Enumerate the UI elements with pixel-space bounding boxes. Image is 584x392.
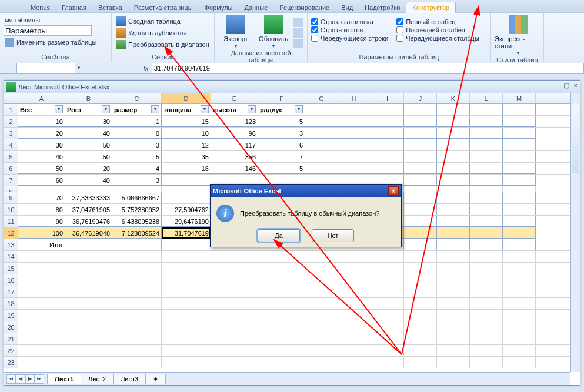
filter-button[interactable]: ▼ (295, 105, 303, 113)
tab-design[interactable]: Конструктор (406, 2, 456, 13)
cell[interactable]: 7 (258, 151, 305, 162)
cell[interactable] (305, 286, 338, 297)
dialog-no-button[interactable]: Нет (312, 229, 354, 242)
cell[interactable] (305, 321, 338, 333)
cell[interactable] (404, 227, 437, 239)
cell[interactable] (404, 333, 437, 344)
tab-data[interactable]: Данные (238, 2, 273, 12)
tab-view[interactable]: Вид (335, 2, 359, 12)
row-header[interactable]: 20 (4, 321, 18, 333)
column-header-I[interactable]: I (371, 93, 404, 103)
total-row-checkbox[interactable]: Строка итогов (311, 26, 388, 33)
sheet-tab[interactable]: Лист1 (47, 374, 81, 384)
cell[interactable] (338, 333, 371, 344)
cell[interactable] (470, 251, 503, 262)
header-row-checkbox[interactable]: Строка заголовка (311, 18, 388, 25)
cell[interactable] (258, 345, 305, 356)
cell[interactable] (503, 104, 536, 115)
cell[interactable] (404, 116, 437, 127)
formula-bar[interactable]: 31,7047619047619 (152, 63, 584, 73)
cell[interactable] (437, 274, 470, 286)
fx-button[interactable]: fx (140, 65, 152, 72)
cell[interactable] (371, 274, 404, 286)
tab-addins[interactable]: Надстройки (359, 2, 406, 12)
cell[interactable] (338, 251, 371, 262)
cell[interactable]: толщина▼ (162, 104, 211, 115)
first-column-checkbox[interactable]: Первый столбец (396, 18, 479, 25)
cell[interactable] (404, 286, 437, 297)
cell[interactable] (503, 186, 536, 192)
cell[interactable] (112, 333, 162, 344)
cell[interactable]: 35 (162, 151, 211, 162)
cell[interactable] (18, 286, 65, 297)
cell[interactable] (437, 216, 470, 227)
filter-button[interactable]: ▼ (248, 105, 256, 113)
cell[interactable] (305, 251, 338, 262)
cell[interactable] (305, 128, 338, 139)
last-column-checkbox[interactable]: Последний столбец (396, 26, 479, 33)
cell[interactable] (162, 286, 211, 297)
row-header[interactable]: 17 (4, 286, 18, 297)
cell[interactable] (404, 192, 437, 203)
cell[interactable]: 40 (18, 151, 65, 162)
cell[interactable]: 80 (18, 204, 65, 215)
cell[interactable] (338, 163, 371, 174)
cell[interactable] (162, 175, 211, 186)
cell[interactable] (437, 263, 470, 274)
banded-columns-checkbox[interactable]: Чередующиеся столбцы (396, 35, 479, 42)
cell[interactable] (305, 263, 338, 274)
scrollbar-thumb[interactable] (572, 103, 579, 173)
column-header-C[interactable]: C (112, 93, 162, 103)
cell[interactable] (470, 186, 503, 192)
cell[interactable]: 37,33333333 (65, 192, 112, 203)
cell[interactable] (211, 345, 258, 356)
cell[interactable]: 117 (211, 139, 258, 150)
row-header[interactable]: 23 (4, 357, 18, 368)
cell[interactable]: 29,6476190 (162, 216, 211, 227)
close-button[interactable]: × (574, 82, 578, 89)
cell[interactable]: 18 (162, 163, 211, 174)
cell[interactable]: 27,5904762 (162, 204, 211, 215)
column-header-E[interactable]: E (211, 93, 258, 103)
minimize-button[interactable]: — (552, 82, 559, 89)
cell[interactable]: высота▼ (211, 104, 258, 115)
row-header[interactable]: 14 (4, 251, 18, 262)
cell[interactable] (65, 345, 112, 356)
cell[interactable] (371, 251, 404, 262)
cell[interactable] (305, 104, 338, 115)
cell[interactable] (162, 263, 211, 274)
row-header[interactable]: 3 (4, 128, 18, 139)
cell[interactable] (437, 163, 470, 174)
cell[interactable] (437, 298, 470, 309)
cell[interactable] (470, 263, 503, 274)
cell[interactable]: 96 (211, 128, 258, 139)
row-header[interactable]: 2 (4, 116, 18, 127)
cell[interactable] (162, 345, 211, 356)
cell[interactable]: 6,438095238 (112, 216, 162, 227)
row-header[interactable]: 6 (4, 163, 18, 174)
sheet-tab[interactable]: Лист2 (81, 374, 114, 384)
cell[interactable]: 37,04761905 (65, 204, 112, 215)
cell[interactable]: 40 (65, 175, 112, 186)
cell[interactable] (162, 333, 211, 344)
cell[interactable] (503, 227, 536, 239)
sheet-tab[interactable]: Лист3 (113, 374, 146, 384)
filter-button[interactable]: ▼ (102, 105, 110, 113)
cell[interactable] (371, 333, 404, 344)
cell[interactable] (470, 104, 503, 115)
cell[interactable]: 100 (18, 227, 65, 239)
cell[interactable]: 146 (211, 163, 258, 174)
cell[interactable] (503, 310, 536, 321)
cell[interactable]: Вес▼ (18, 104, 65, 115)
cell[interactable] (503, 151, 536, 162)
cell[interactable] (112, 186, 162, 192)
cell[interactable] (404, 345, 437, 356)
export-button[interactable]: Экспорт▼ (218, 14, 253, 49)
cell[interactable] (503, 239, 536, 250)
cell[interactable] (211, 251, 258, 262)
cell[interactable]: 3 (112, 139, 162, 150)
cell[interactable] (65, 263, 112, 274)
cell[interactable] (470, 227, 503, 239)
dialog-close-button[interactable]: × (388, 186, 399, 196)
cell[interactable] (305, 310, 338, 321)
